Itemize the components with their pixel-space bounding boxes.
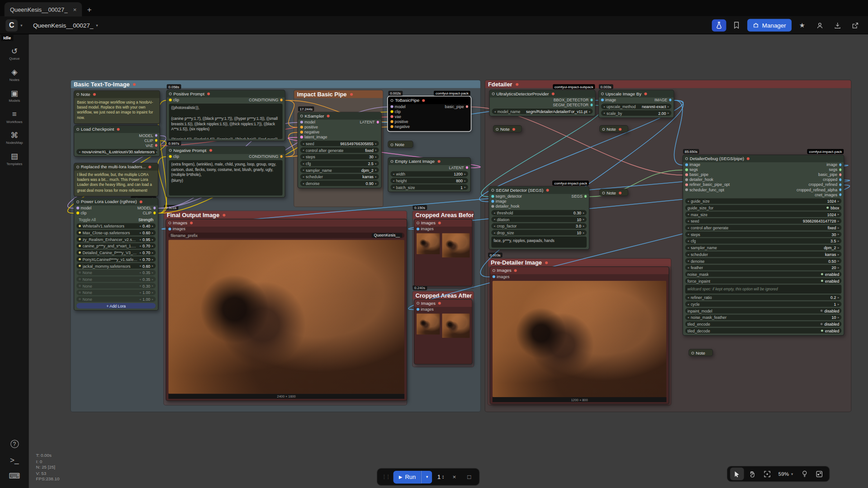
slot-dot[interactable] [465,166,468,169]
arrow-icon[interactable]: ▸ [375,182,376,185]
sidebar-item-workflows[interactable]: ≡Workflows [1,106,28,128]
slot-dot[interactable] [300,131,303,133]
arrow-icon[interactable]: ◂ [139,224,141,227]
widget-none[interactable]: None◂1.00▸ [76,296,156,302]
widget-cfg[interactable]: ◂cfg2.5▸ [300,161,379,166]
node-header[interactable]: Images [166,219,407,227]
slot-dot[interactable] [390,125,393,128]
text-widget[interactable]: (extra fingers), (wrinkles), male, child… [169,160,283,195]
share-icon[interactable] [848,19,863,31]
arrow-icon[interactable]: ▸ [375,148,376,152]
slot-dot[interactable] [155,139,157,142]
widget-combo[interactable]: ◂novaAnimeXL_iLustriousV30.safetensors▸ [76,149,157,154]
collapse-dot-icon[interactable] [685,157,688,160]
collapse-dot-icon[interactable] [76,166,79,168]
node-header[interactable]: SEGM Detector (SEGS) [489,187,588,194]
arrow-icon[interactable]: ◂ [688,303,689,306]
widget-tiled-decode[interactable]: tiled_decodeenabled [685,328,841,333]
node-header[interactable]: Load Checkpoint [74,126,160,133]
node-empty-latent-image[interactable]: Empty Latent ImageLATENT◂width1200▸◂heig… [388,157,471,192]
collapse-dot-icon[interactable] [169,149,172,152]
node-header[interactable]: Note [689,350,712,356]
lora-toggle[interactable] [79,298,81,300]
arrow-icon[interactable]: ◂ [139,244,141,247]
node-note-basic[interactable]: NoteBasic text-to-image workflow using a… [74,90,160,124]
slot-dot[interactable] [465,105,468,108]
node-cropped-after-images[interactable]: Imagesimages [414,299,473,365]
bookmark-icon[interactable] [729,19,744,31]
cancel-icon[interactable]: × [449,471,460,482]
arrow-icon[interactable]: ▸ [152,284,153,287]
arrow-icon[interactable]: ▸ [668,111,669,114]
arrow-icon[interactable]: ◂ [688,266,689,269]
widget-batch-size[interactable]: ◂batch_size1▸ [390,185,468,190]
node-note-fd-1[interactable]: Note [493,125,522,133]
arrow-icon[interactable]: ▸ [838,232,839,236]
input-slot-positive[interactable]: positive [300,125,318,130]
arrow-icon[interactable]: ◂ [139,298,141,301]
node-power-lora-loader[interactable]: Power Lora Loader (rgthree)modelMODELcli… [74,198,158,311]
widget-feather[interactable]: ◂feather20▸ [685,265,841,270]
node-note-lora-loaders[interactable]: Replaced the multi-lora loaders...I like… [74,163,158,196]
slot-dot[interactable] [685,179,688,181]
arrow-icon[interactable]: ◂ [139,284,141,287]
widget-denoise[interactable]: ◂denoise0.50▸ [685,258,841,264]
slot-dot[interactable] [839,179,842,181]
input-slot-images[interactable]: images [417,307,434,312]
drag-handle-icon[interactable]: ⋮⋮ [382,474,389,479]
arrow-icon[interactable]: ▸ [668,104,669,108]
slot-dot[interactable] [155,134,157,137]
new-tab-button[interactable]: + [82,2,97,17]
input-slot-image[interactable]: image [491,199,506,204]
collapse-dot-icon[interactable] [168,222,171,224]
sidebar-item-queue[interactable]: ↺Queue [1,43,28,65]
widget-whitetailv1-safetensors[interactable]: WhitetailV1.safetensors◂0.40▸ [76,223,156,229]
minimap-icon[interactable] [812,468,826,480]
widget-inpaint-model[interactable]: inpaint_modeldisabled [685,308,841,313]
widget-scheduler[interactable]: ◂schedulerkarras▸ [685,251,841,257]
arrow-icon[interactable]: ◂ [493,224,495,227]
workflow-chevron-down-icon[interactable]: ▾ [96,23,98,28]
node-header[interactable]: Replaced the multi-lora loaders... [74,163,158,171]
slot-dot[interactable] [491,195,494,198]
arrow-icon[interactable]: ▸ [838,266,839,269]
widget-detailed-canine-p-y-v3-il-0000-[interactable]: Detailed_Canine_P***y_V3_iL-0000...◂0.70… [76,250,156,255]
node-header[interactable]: Note [74,91,160,98]
arrow-icon[interactable]: ▸ [152,237,153,241]
widget-steps[interactable]: ◂steps30▸ [300,154,379,159]
arrow-icon[interactable]: ▸ [465,172,466,175]
slot-dot[interactable] [300,136,303,138]
group-titlebar[interactable]: Impact Basic Pipe [294,90,383,98]
arrow-icon[interactable]: ◂ [139,251,141,254]
output-slot-image[interactable]: image [826,162,841,167]
slot-dot[interactable] [390,110,393,113]
arrow-icon[interactable]: ▸ [838,252,839,256]
widget-control-after-generate[interactable]: ◂control after generatefixed▸ [685,225,841,230]
group-titlebar[interactable]: Pre-Detailer Image [488,259,671,266]
image-preview[interactable] [493,281,667,397]
widget-height[interactable]: ◂height800▸ [390,178,468,183]
arrow-icon[interactable]: ◂ [688,232,689,236]
output-slot-basic_pipe[interactable]: basic_pipe [445,104,468,109]
widget-crop-factor[interactable]: ◂crop_factor3.0▸ [491,223,587,229]
node-header[interactable]: Negative Prompt [167,147,285,154]
lora-toggle[interactable] [79,245,81,247]
input-slot-positive[interactable]: positive [390,119,408,124]
widget-jackal-mommy-safetensors[interactable]: jackal_mommy.safetensors◂0.60▸ [76,263,156,269]
slot-dot[interactable] [300,126,303,128]
select-tool-icon[interactable] [730,468,744,480]
widget-max-size[interactable]: ◂max_size1024▸ [685,212,841,217]
thumbnail[interactable] [442,313,470,338]
lora-toggle[interactable] [79,238,81,241]
node-predetailer-images[interactable]: Imagesimages1200 × 800 [490,266,669,404]
sidebar-item-templates[interactable]: ▤Templates [1,148,28,170]
slot-dot[interactable] [601,99,604,101]
widget-cycle[interactable]: ◂cycle1▸ [685,301,841,307]
input-slot-latent_image[interactable]: latent_image [300,135,327,140]
run-button[interactable]: ▶ Run [394,470,422,483]
slot-dot[interactable] [417,308,419,311]
arrow-icon[interactable]: ▸ [152,251,153,254]
zoom-level-dropdown[interactable]: 59% ▾ [775,471,796,477]
logo-chevron-down-icon[interactable]: ▾ [20,23,22,28]
workflow-name[interactable]: QueenKesis__00027_ [33,22,93,28]
